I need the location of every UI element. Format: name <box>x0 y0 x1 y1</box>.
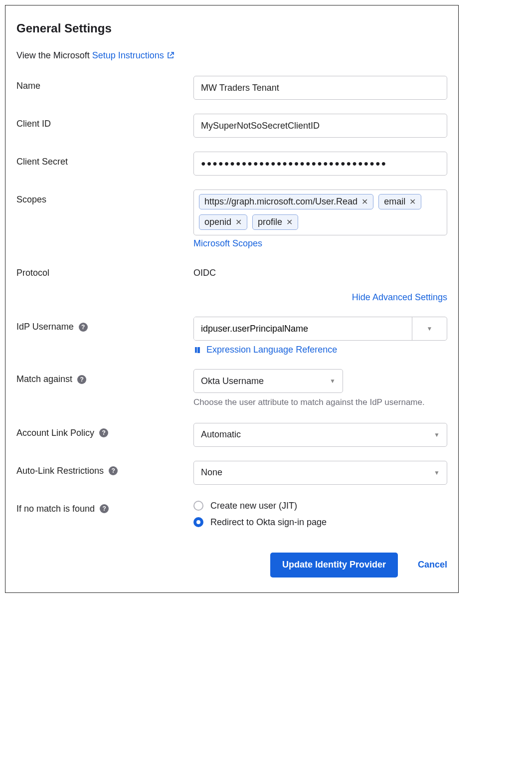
match-against-help: Choose the user attribute to match again… <box>193 396 447 409</box>
account-link-policy-select[interactable]: Automatic ▼ <box>193 423 447 447</box>
idp-username-label: IdP Username <box>16 322 74 332</box>
general-settings-panel: General Settings View the Microsoft Setu… <box>5 5 459 593</box>
radio-checked-icon <box>193 517 203 527</box>
no-match-option-jit[interactable]: Create new user (JIT) <box>193 501 447 511</box>
update-identity-provider-button[interactable]: Update Identity Provider <box>270 553 398 577</box>
client-secret-label: Client Secret <box>16 157 68 167</box>
name-label: Name <box>16 81 40 91</box>
intro-line: View the Microsoft Setup Instructions <box>16 50 447 61</box>
remove-scope-icon[interactable]: ✕ <box>361 198 368 206</box>
intro-prefix: View the Microsoft <box>16 50 92 60</box>
scopes-input[interactable]: https://graph.microsoft.com/User.Read✕ e… <box>193 190 447 235</box>
help-icon[interactable]: ? <box>99 428 108 437</box>
protocol-value: OIDC <box>193 263 447 278</box>
auto-link-restrictions-select[interactable]: None ▼ <box>193 461 447 485</box>
name-input[interactable] <box>193 76 447 100</box>
no-match-radio-group: Create new user (JIT) Redirect to Okta s… <box>193 499 447 528</box>
scope-token[interactable]: profile✕ <box>252 214 298 230</box>
auto-link-restrictions-label: Auto-Link Restrictions <box>16 466 104 476</box>
idp-username-combobox[interactable]: ▼ <box>193 317 447 341</box>
match-against-label: Match against <box>16 374 72 384</box>
protocol-label: Protocol <box>16 268 49 278</box>
help-icon[interactable]: ? <box>100 504 109 513</box>
help-icon[interactable]: ? <box>77 375 86 384</box>
microsoft-scopes-link[interactable]: Microsoft Scopes <box>193 238 262 248</box>
chevron-down-icon: ▼ <box>434 469 440 476</box>
no-match-option-redirect[interactable]: Redirect to Okta sign-in page <box>193 517 447 528</box>
client-id-label: Client ID <box>16 119 51 129</box>
chevron-down-icon: ▼ <box>330 378 336 384</box>
help-icon[interactable]: ? <box>109 466 118 475</box>
account-link-policy-label: Account Link Policy <box>16 428 94 438</box>
if-no-match-label: If no match is found <box>16 504 95 514</box>
setup-instructions-link[interactable]: Setup Instructions <box>92 50 175 60</box>
cancel-button[interactable]: Cancel <box>418 560 447 570</box>
client-secret-input[interactable]: ●●●●●●●●●●●●●●●●●●●●●●●●●●●●●●●● <box>193 152 447 176</box>
remove-scope-icon[interactable]: ✕ <box>409 198 416 206</box>
chevron-down-icon: ▼ <box>434 431 440 438</box>
match-against-select[interactable]: Okta Username ▼ <box>193 369 343 393</box>
client-id-input[interactable] <box>193 114 447 138</box>
help-icon[interactable]: ? <box>79 323 88 332</box>
remove-scope-icon[interactable]: ✕ <box>235 218 242 226</box>
idp-username-input[interactable] <box>194 317 412 340</box>
hide-advanced-settings-link[interactable]: Hide Advanced Settings <box>352 292 447 302</box>
scope-token[interactable]: openid✕ <box>199 214 247 230</box>
scope-token[interactable]: email✕ <box>378 194 421 209</box>
page-title: General Settings <box>16 21 447 35</box>
scope-token[interactable]: https://graph.microsoft.com/User.Read✕ <box>199 194 373 209</box>
external-link-icon <box>167 51 175 59</box>
book-icon <box>193 346 201 354</box>
remove-scope-icon[interactable]: ✕ <box>286 218 293 226</box>
radio-unchecked-icon <box>193 501 203 511</box>
chevron-down-icon[interactable]: ▼ <box>412 317 447 340</box>
scopes-label: Scopes <box>16 194 46 205</box>
expression-language-reference-link[interactable]: Expression Language Reference <box>206 345 337 355</box>
